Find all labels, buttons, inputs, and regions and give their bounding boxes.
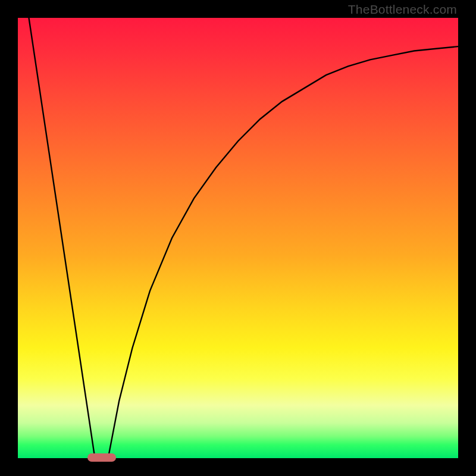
plot-area xyxy=(18,18,458,458)
watermark-text: TheBottleneck.com xyxy=(348,2,457,17)
right-rising-curve xyxy=(108,46,458,458)
chart-frame: TheBottleneck.com xyxy=(0,0,476,476)
curves-layer xyxy=(18,18,458,458)
bottom-marker xyxy=(87,453,116,461)
left-falling-line xyxy=(29,18,95,458)
